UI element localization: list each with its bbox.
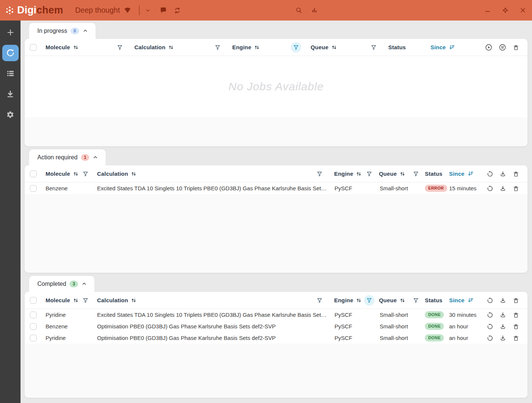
sidebar-item-add[interactable] <box>2 24 19 41</box>
restart-job-button[interactable] <box>486 323 493 330</box>
sidebar-item-job-list[interactable] <box>2 65 19 82</box>
column-molecule[interactable]: Molecule <box>46 44 70 50</box>
download-job-button[interactable] <box>500 185 506 192</box>
filter-icon-active[interactable] <box>291 42 301 53</box>
sort-icon[interactable] <box>73 171 79 177</box>
delete-all-button[interactable] <box>513 297 519 304</box>
sidebar-item-running-jobs[interactable] <box>2 45 19 61</box>
download-all-button[interactable] <box>500 171 506 177</box>
filter-icon[interactable] <box>314 295 325 306</box>
filter-icon[interactable] <box>115 42 125 53</box>
column-queue[interactable]: Queue <box>311 44 329 50</box>
filter-icon[interactable] <box>368 42 379 53</box>
column-molecule[interactable]: Molecule <box>46 171 70 177</box>
row-checkbox[interactable] <box>30 335 37 341</box>
column-engine[interactable]: Engine <box>232 44 251 50</box>
column-since[interactable]: Since <box>430 44 446 50</box>
collapse-icon[interactable] <box>83 28 88 34</box>
delete-job-button[interactable] <box>513 335 519 341</box>
sync-button[interactable] <box>171 4 184 17</box>
close-button[interactable] <box>516 4 529 17</box>
tab-completed[interactable]: Completed 3 <box>29 276 94 292</box>
download-job-button[interactable] <box>500 323 506 330</box>
sort-icon[interactable] <box>131 297 137 303</box>
column-molecule[interactable]: Molecule <box>46 297 70 303</box>
column-status[interactable]: Status <box>388 44 406 50</box>
sort-icon[interactable] <box>356 297 362 303</box>
sort-icon[interactable] <box>399 297 405 303</box>
minimize-button[interactable] <box>481 4 494 17</box>
pause-all-button[interactable] <box>499 44 506 51</box>
filter-icon[interactable] <box>80 295 91 306</box>
column-engine[interactable]: Engine <box>334 297 353 303</box>
restart-job-button[interactable] <box>486 185 493 192</box>
chevron-down-icon[interactable] <box>145 7 151 13</box>
tab-action-required[interactable]: Action required 1 <box>29 149 106 165</box>
restart-job-button[interactable] <box>486 335 493 341</box>
row-checkbox[interactable] <box>30 323 37 330</box>
resume-all-button[interactable] <box>485 44 492 51</box>
download-all-button[interactable] <box>500 297 506 304</box>
filter-icon[interactable] <box>212 42 223 53</box>
sort-desc-icon[interactable] <box>449 44 455 50</box>
sidebar-item-settings[interactable] <box>2 106 19 123</box>
filter-icon[interactable] <box>411 295 421 306</box>
sidebar-item-downloads[interactable] <box>2 86 19 102</box>
chat-button[interactable] <box>157 4 169 17</box>
table-row[interactable]: Benzene Optimisation PBE0 (GD3BJ) Gas Ph… <box>25 321 528 332</box>
delete-job-button[interactable] <box>513 312 519 318</box>
column-since[interactable]: Since <box>449 171 464 177</box>
column-engine[interactable]: Engine <box>334 171 353 177</box>
select-all-checkbox[interactable] <box>30 44 37 51</box>
row-checkbox[interactable] <box>30 185 37 192</box>
table-row[interactable]: Pyridine Optimisation PBE0 (GD3BJ) Gas P… <box>25 332 528 344</box>
sort-icon[interactable] <box>331 44 337 50</box>
filter-icon[interactable] <box>411 169 421 179</box>
since-cell: 30 minutes <box>449 312 476 318</box>
sort-icon[interactable] <box>356 171 362 177</box>
filter-icon-active[interactable] <box>364 295 374 306</box>
filter-icon[interactable] <box>364 169 374 179</box>
sort-icon[interactable] <box>73 44 79 50</box>
delete-all-button[interactable] <box>513 171 519 177</box>
column-calculation[interactable]: Calculation <box>134 44 165 50</box>
column-status[interactable]: Status <box>425 297 442 303</box>
sort-desc-icon[interactable] <box>467 297 474 303</box>
collapse-icon[interactable] <box>81 281 87 287</box>
sort-desc-icon[interactable] <box>467 171 474 177</box>
column-since[interactable]: Since <box>449 297 464 303</box>
delete-job-button[interactable] <box>513 185 519 192</box>
delete-job-button[interactable] <box>513 323 519 330</box>
tab-in-progress[interactable]: In progress 0 <box>29 23 96 39</box>
table-row[interactable]: Benzene Excited States TDA 10 Singlets 1… <box>25 182 528 194</box>
column-calculation[interactable]: Calculation <box>97 171 128 177</box>
restore-button[interactable] <box>499 4 511 17</box>
select-all-checkbox[interactable] <box>30 297 37 304</box>
collapse-icon[interactable] <box>93 154 98 160</box>
sort-icon[interactable] <box>254 44 260 50</box>
search-button[interactable] <box>292 4 305 17</box>
sort-icon[interactable] <box>73 297 79 303</box>
delete-all-button[interactable] <box>513 44 519 51</box>
sort-icon[interactable] <box>131 171 137 177</box>
sort-icon[interactable] <box>168 44 174 50</box>
sort-icon[interactable] <box>399 171 405 177</box>
column-calculation[interactable]: Calculation <box>97 297 128 303</box>
download-job-button[interactable] <box>500 335 506 341</box>
table-row[interactable]: Pyridine Excited States TDA 10 Singlets … <box>25 309 528 321</box>
row-checkbox[interactable] <box>30 312 37 318</box>
restart-all-button[interactable] <box>486 171 493 177</box>
trash-icon <box>513 44 519 51</box>
restart-all-button[interactable] <box>486 297 493 304</box>
table-header: Molecule Calculation Engine Queue Status… <box>25 165 528 182</box>
chart-button[interactable] <box>308 4 321 17</box>
select-all-checkbox[interactable] <box>30 171 37 177</box>
column-queue[interactable]: Queue <box>379 297 397 303</box>
machine-selector[interactable]: Deep thought <box>75 6 151 15</box>
filter-icon[interactable] <box>80 169 91 179</box>
column-queue[interactable]: Queue <box>379 171 397 177</box>
filter-icon[interactable] <box>314 169 325 179</box>
column-status[interactable]: Status <box>425 171 442 177</box>
download-job-button[interactable] <box>500 312 506 318</box>
restart-job-button[interactable] <box>486 312 493 318</box>
